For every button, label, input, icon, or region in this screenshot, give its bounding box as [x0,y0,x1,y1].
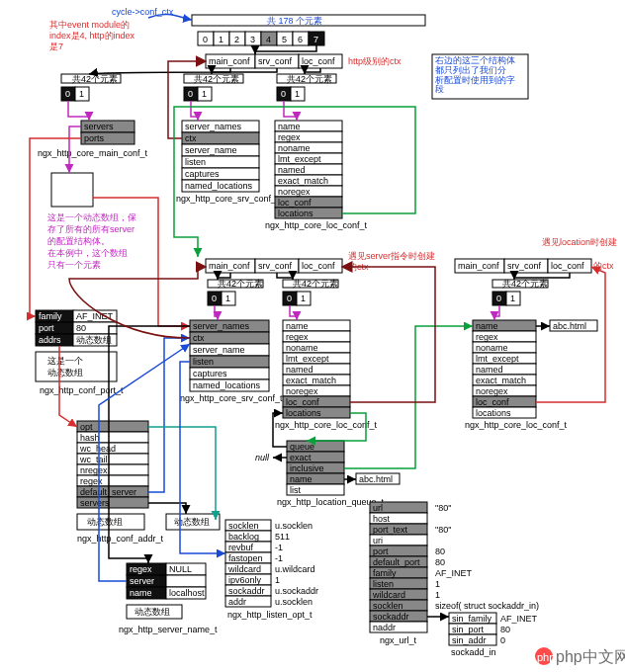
svg-text:noregex: noregex [476,386,508,396]
svg-text:nregex: nregex [80,465,108,475]
svg-text:这是一个动态数组，保: 这是一个动态数组，保 [47,212,136,222]
svg-text:1: 1 [275,575,280,585]
svg-text:ngx_http_core_loc_conf_t: ngx_http_core_loc_conf_t [275,420,378,430]
group-42-s1: 共42个元素 0 1 [208,279,263,305]
svg-text:sin_port: sin_port [452,625,485,634]
svg-text:wc_tail: wc_tail [79,455,108,464]
svg-text:php中文网: php中文网 [556,648,625,665]
svg-text:ngx_http_listen_opt_t: ngx_http_listen_opt_t [227,610,312,620]
srv-conf-block: server_names ctx server_name listen capt… [176,121,279,204]
svg-text:servers: servers [80,498,110,508]
svg-text:sin_family: sin_family [452,614,492,624]
svg-text:只有一个元素: 只有一个元素 [47,260,101,270]
svg-text:srv_conf: srv_conf [507,261,542,271]
svg-text:511: 511 [275,532,290,542]
svg-text:ngx_http_core_main_conf_t: ngx_http_core_main_conf_t [38,148,148,158]
svg-text:0: 0 [65,89,70,99]
group-42-s2: 共42个元素 0 1 [283,279,338,305]
svg-text:exact_match: exact_match [286,376,336,385]
svg-text:ports: ports [84,133,105,143]
svg-text:80: 80 [500,625,510,634]
svg-text:wildcard: wildcard [372,590,405,600]
main-conf-block: servers ports ngx_http_core_main_conf_t [38,121,148,158]
svg-text:0: 0 [203,35,208,44]
svg-text:loc_conf: loc_conf [302,261,335,271]
svg-text:1: 1 [301,294,306,303]
svg-text:1: 1 [219,35,223,44]
svg-text:revbuf: revbuf [228,543,254,552]
svg-text:name: name [130,588,152,598]
svg-text:backlog: backlog [228,532,259,542]
svg-text:ngx_http_core_srv_conf_t: ngx_http_core_srv_conf_t [180,393,283,403]
queue-block: queue exact inclusive name list null abc… [255,441,400,507]
svg-text:80: 80 [435,546,445,556]
svg-text:exact: exact [290,453,312,462]
svg-text:1: 1 [435,590,440,600]
svg-text:u.wildcard: u.wildcard [275,564,315,574]
svg-text:addr: addr [228,597,246,607]
svg-text:ngx_http_conf_addr_t: ngx_http_conf_addr_t [77,534,164,544]
svg-text:server: server [130,576,154,586]
servername-block: regex NULL server name localhost 动态数组 ng… [119,563,218,634]
svg-text:host: host [373,514,391,524]
svg-text:AF_INET: AF_INET [435,568,473,578]
ctx-row-server: main_conf srv_conf loc_conf 遇见server指令时创… [206,251,435,273]
svg-text:0: 0 [188,89,193,99]
svg-text:locations: locations [476,408,511,418]
note-blue-text: 右边的这三个结构体 都只列出了我们分 析配置时使用到的字 段 [435,56,526,95]
svg-text:sin_addr: sin_addr [452,635,487,645]
svg-text:1: 1 [435,579,440,589]
svg-text:family: family [373,568,397,578]
svg-text:name: name [476,321,498,331]
magenta-box [51,173,93,207]
svg-text:u.socklen: u.socklen [275,597,312,607]
group-42-right: 共42个元素 0 1 [277,74,336,101]
url-block: url host port_text uri port default_port… [370,502,539,657]
svg-text:的配置结构体。: 的配置结构体。 [47,236,110,246]
svg-text:name: name [286,321,309,331]
svg-text:socklen: socklen [228,521,259,531]
svg-text:port: port [39,323,54,333]
svg-text:srv_conf: srv_conf [258,261,293,271]
event-index-note: 其中event module的 index是4, http的index 是7 [49,20,178,51]
svg-text:server_name: server_name [193,345,245,355]
svg-text:遇见location时创建: 遇见location时创建 [542,237,617,247]
svg-text:regex: regex [286,332,309,342]
svg-text:naddr: naddr [373,623,396,632]
svg-text:regex: regex [278,132,301,142]
svg-text:locations: locations [278,209,313,218]
svg-text:localhost: localhost [169,588,205,598]
svg-text:80: 80 [435,557,445,567]
svg-text:5: 5 [282,35,287,44]
svg-text:addrs: addrs [39,335,61,345]
svg-text:loc_conf: loc_conf [551,261,584,271]
svg-text:存了所有的所有server: 存了所有的所有server [47,224,134,234]
svg-text:ngx_http_conf_port_t: ngx_http_conf_port_t [40,385,124,395]
svg-text:"80": "80" [435,525,451,535]
svg-text:AF_INET: AF_INET [500,614,538,624]
svg-text:6: 6 [298,35,303,44]
svg-text:captures: captures [185,169,220,179]
svg-text:noname: noname [286,343,318,353]
svg-text:ngx_http_core_loc_conf_t: ngx_http_core_loc_conf_t [265,220,368,230]
svg-text:named_locations: named_locations [193,380,261,390]
svg-text:name: name [290,474,312,484]
watermark: php php中文网 [535,647,625,665]
svg-text:url: url [373,503,383,513]
svg-text:u.socklen: u.socklen [275,521,312,531]
svg-text:listen: listen [185,157,206,167]
srv-conf-block-2: server_names ctx server_name listen capt… [180,320,283,403]
svg-text:uri: uri [373,536,383,546]
svg-text:在本例中，这个数组: 在本例中，这个数组 [47,248,128,258]
svg-text:1: 1 [202,89,207,99]
svg-text:NULL: NULL [169,564,192,574]
svg-text:1: 1 [79,89,84,99]
svg-text:family: family [39,311,62,321]
svg-text:动态数组: 动态数组 [87,517,123,527]
listenopt-block: socklen backlog revbuf fastopen wildcard… [225,520,318,620]
svg-text:exact_match: exact_match [476,376,526,385]
svg-text:1: 1 [225,294,230,303]
svg-text:这是一个: 这是一个 [47,356,83,366]
svg-text:noname: noname [476,343,508,353]
svg-text:sockaddr: sockaddr [373,612,409,622]
